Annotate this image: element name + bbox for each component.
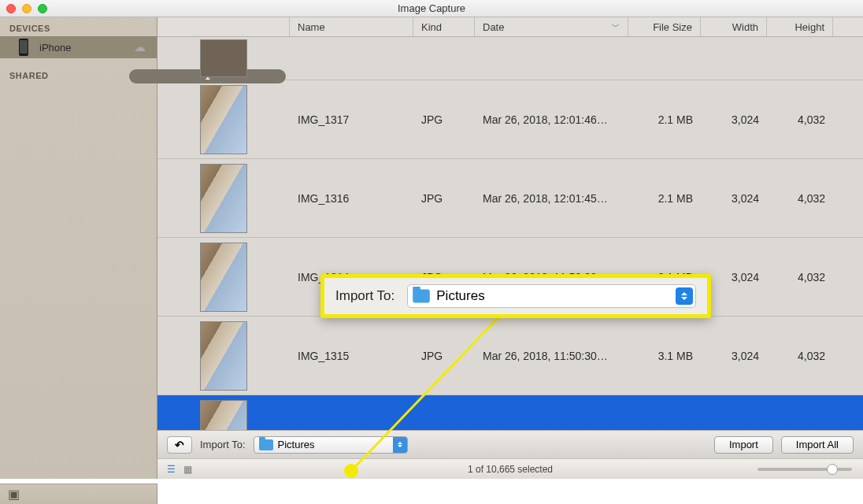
import-to-label: Import To: bbox=[200, 439, 246, 450]
header-kind[interactable]: Kind bbox=[413, 17, 475, 36]
header-height[interactable]: Height bbox=[767, 17, 833, 36]
thumbnail-icon bbox=[200, 243, 247, 312]
window-title: Image Capture bbox=[0, 2, 863, 14]
cell-width: 3,024 bbox=[701, 113, 767, 126]
file-list: IMG_1317 JPG Mar 26, 2018, 12:01:46… 2.1… bbox=[157, 37, 863, 430]
cell-size: 2.1 MB bbox=[628, 113, 701, 126]
sidebar-toggle[interactable]: ▣ bbox=[0, 484, 157, 504]
select-arrows-icon bbox=[393, 437, 407, 453]
thumbnail-icon bbox=[200, 85, 247, 154]
iphone-icon bbox=[19, 39, 28, 56]
table-row[interactable]: IMG_1316 JPG Mar 26, 2018, 12:01:45… 2.1… bbox=[157, 159, 863, 238]
cell-name: IMG_1317 bbox=[290, 113, 413, 126]
folder-icon bbox=[259, 439, 273, 450]
cell-height: 4,032 bbox=[767, 271, 833, 284]
thumbnail-icon bbox=[200, 321, 247, 391]
callout-import-to-select[interactable]: Pictures bbox=[407, 284, 696, 308]
cell-kind: JPG bbox=[413, 192, 475, 205]
callout-label: Import To: bbox=[335, 288, 394, 304]
header-date[interactable]: Date﹀ bbox=[475, 17, 628, 36]
cloud-icon: ☁ bbox=[134, 40, 146, 54]
table-row[interactable]: IMG_1317 JPG Mar 26, 2018, 12:01:46… 2.1… bbox=[157, 80, 863, 159]
status-bar: ☰ ▦ 1 of 10,665 selected bbox=[157, 458, 863, 479]
cell-height: 4,032 bbox=[767, 113, 833, 126]
thumbnail-icon bbox=[200, 39, 247, 77]
thumbnail-icon bbox=[200, 400, 247, 431]
folder-icon bbox=[413, 290, 430, 303]
import-to-select[interactable]: Pictures bbox=[254, 436, 408, 454]
import-all-button[interactable]: Import All bbox=[781, 436, 854, 454]
slider-knob[interactable] bbox=[827, 464, 838, 475]
cell-width: 3,024 bbox=[701, 192, 767, 205]
main-panel: Name Kind Date﹀ File Size Width Height I… bbox=[157, 17, 863, 479]
import-to-value: Pictures bbox=[278, 439, 315, 450]
callout-value: Pictures bbox=[436, 288, 484, 304]
cell-kind: JPG bbox=[413, 350, 475, 362]
sidebar-device-iphone[interactable]: iPhone ☁ bbox=[0, 36, 157, 58]
cell-date: Mar 26, 2018, 12:01:45… bbox=[475, 192, 628, 205]
table-row[interactable]: IMG_1313 JPG Mar 26, 2018, 11:50:06… 2.5… bbox=[157, 395, 863, 430]
header-name[interactable]: Name bbox=[290, 17, 413, 36]
callout-import-to: Import To: Pictures bbox=[320, 274, 711, 318]
bottom-toolbar: ↶ Import To: Pictures Import Import All bbox=[157, 430, 863, 458]
cell-size: 3.1 MB bbox=[628, 350, 701, 362]
cell-date: Mar 26, 2018, 11:50:30… bbox=[475, 350, 628, 362]
cell-width: 3,024 bbox=[701, 350, 767, 362]
rotate-button[interactable]: ↶ bbox=[167, 436, 192, 454]
cell-height: 4,032 bbox=[767, 192, 833, 205]
cell-size: 2.1 MB bbox=[628, 192, 701, 205]
cell-date: Mar 26, 2018, 12:01:46… bbox=[475, 113, 628, 126]
sidebar: DEVICES iPhone ☁ SHARED 1 bbox=[0, 17, 157, 479]
import-button[interactable]: Import bbox=[714, 436, 773, 454]
window-titlebar: Image Capture bbox=[0, 0, 863, 17]
cell-name: IMG_1315 bbox=[290, 350, 413, 362]
thumbnail-size-slider[interactable] bbox=[757, 468, 852, 471]
cell-kind: JPG bbox=[413, 113, 475, 126]
header-thumbnail[interactable] bbox=[157, 17, 290, 36]
chevron-down-icon: ﹀ bbox=[612, 21, 620, 32]
show-hide-icon: ▣ bbox=[8, 487, 20, 502]
header-width[interactable]: Width bbox=[701, 17, 767, 36]
table-row[interactable]: IMG_1315 JPG Mar 26, 2018, 11:50:30… 3.1… bbox=[157, 317, 863, 395]
column-headers: Name Kind Date﹀ File Size Width Height bbox=[157, 17, 863, 37]
sidebar-device-label: iPhone bbox=[39, 42, 71, 54]
header-filesize[interactable]: File Size bbox=[628, 17, 701, 36]
select-arrows-icon bbox=[676, 287, 693, 305]
sidebar-devices-header: DEVICES bbox=[0, 17, 157, 36]
cell-name: IMG_1316 bbox=[290, 192, 413, 205]
cell-height: 4,032 bbox=[767, 350, 833, 362]
thumbnail-icon bbox=[200, 164, 247, 233]
